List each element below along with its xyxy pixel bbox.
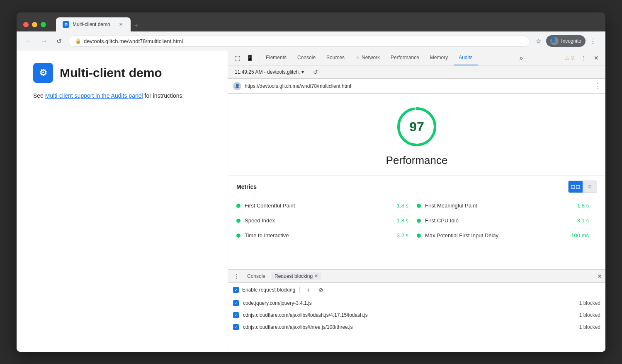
devtools-panel: ⬚ 📱 Elements Console Sources ⚠ Network P… [228, 51, 605, 352]
metrics-row-2: Speed Index 1.8 s First CPU Idle 3.1 s [236, 213, 597, 228]
devtools-toolbar: ⬚ 📱 Elements Console Sources ⚠ Network P… [228, 51, 605, 65]
new-tab-button[interactable]: + [131, 20, 142, 31]
metric-value: 3.2 s [396, 232, 417, 239]
request-blocking-close-button[interactable]: ✕ [314, 273, 318, 279]
enable-request-blocking-checkbox[interactable]: ✓ [233, 287, 239, 293]
device-toolbar-button[interactable]: 📱 [244, 52, 255, 64]
description-before: See [33, 92, 45, 99]
toolbar-separator [258, 54, 258, 62]
devtools-settings-button[interactable]: ⋮ [578, 52, 590, 64]
reload-audits-button[interactable]: ↺ [310, 66, 321, 78]
traffic-lights [23, 22, 46, 27]
metric-value: 100 ms [571, 232, 597, 239]
reload-button[interactable]: ↺ [53, 35, 65, 47]
item-url: cdnjs.cloudflare.com/ajax/libs/lodash.js… [243, 312, 575, 318]
metrics-header: Metrics ⊟⊟ ≡ [236, 176, 597, 198]
request-blocking-tab[interactable]: Request blocking ✕ [271, 272, 321, 280]
address-bar: ← → ↺ 🔒 devtools.glitch.me/wndt78/multic… [17, 31, 605, 51]
metrics-title: Metrics [236, 183, 257, 190]
tab-console[interactable]: Console [292, 51, 321, 65]
tab-sources[interactable]: Sources [321, 51, 350, 65]
browser-tab[interactable]: ⚙ Multi-client demo ✕ [56, 17, 131, 31]
metric-first-meaningful-paint: First Meaningful Paint 1.8 s [417, 202, 597, 209]
devtools-subtoolbar: 11:49:25 AM - devtools.glitch. ▾ ↺ [228, 65, 605, 79]
menu-button[interactable]: ⋮ [587, 35, 599, 47]
tab-close-button[interactable]: ✕ [117, 21, 124, 28]
user-avatar: 👤 [233, 82, 241, 90]
tab-network[interactable]: ⚠ Network [350, 51, 385, 65]
tab-memory[interactable]: Memory [425, 51, 453, 65]
close-bottom-panel-button[interactable]: ✕ [597, 273, 602, 280]
request-blocking-toolbar: ✓ Enable request blocking + ⊘ [228, 283, 605, 297]
score-value: 97 [409, 119, 424, 135]
address-text: devtools.glitch.me/wndt78/multiclient.ht… [84, 38, 183, 44]
score-label: Performance [386, 154, 448, 167]
metric-value: 1.8 s [576, 202, 597, 209]
devtools-actions: ⋮ ✕ [578, 52, 602, 64]
inspect-element-button[interactable]: ⬚ [231, 52, 243, 64]
metric-first-cpu-idle: First CPU Idle 3.1 s [417, 217, 597, 224]
bookmark-button[interactable]: ☆ [533, 35, 544, 47]
metrics-section: Metrics ⊟⊟ ≡ First Contentful Paint 1.8 … [228, 175, 605, 251]
tab-performance[interactable]: Performance [386, 51, 424, 65]
metric-name: First Contentful Paint [245, 202, 392, 209]
page-description: See Multi-client support in the Audits p… [33, 91, 211, 100]
incognito-badge: 👤 Incognito [546, 35, 586, 47]
metric-speed-index: Speed Index 1.8 s [236, 217, 417, 224]
add-pattern-button[interactable]: + [304, 285, 313, 294]
metric-name: Time to Interactive [245, 232, 392, 239]
network-warning-icon: ⚠ [355, 55, 360, 60]
minimize-window-button[interactable] [32, 22, 37, 27]
list-view-button[interactable]: ≡ [583, 181, 597, 193]
item-checkbox[interactable]: ✓ [233, 324, 239, 330]
grid-view-button[interactable]: ⊟⊟ [569, 181, 583, 193]
tab-bar: ⚙ Multi-client demo ✕ + [56, 17, 599, 31]
item-checkbox[interactable]: ✓ [233, 312, 239, 318]
page-content: ⚙ Multi-client demo See Multi-client sup… [17, 51, 228, 352]
request-blocking-content: ✓ Enable request blocking + ⊘ ✓ code.jqu… [228, 283, 605, 352]
item-count: 1 blocked [579, 300, 600, 306]
session-label: 11:49:25 AM - devtools.glitch. [235, 69, 300, 75]
metric-name: Speed Index [245, 217, 392, 224]
devtools-close-button[interactable]: ✕ [590, 52, 602, 64]
block-all-button[interactable]: ⊘ [316, 285, 326, 294]
url-row-more-button[interactable]: ⋮ [594, 82, 600, 90]
bottom-panel-menu-button[interactable]: ⋮ [231, 271, 241, 281]
metric-max-potential-fid: Max Potential First Input Delay 100 ms [417, 232, 597, 239]
browser-window: ⚙ Multi-client demo ✕ + ← → ↺ 🔒 devtools… [17, 12, 605, 352]
request-blocking-item-2: ✓ cdnjs.cloudflare.com/ajax/libs/lodash.… [228, 309, 605, 321]
main-content: ⚙ Multi-client demo See Multi-client sup… [17, 51, 605, 352]
item-url: code.jquery.com/jquery-3.4.1.js [243, 300, 575, 306]
lock-icon: 🔒 [75, 38, 81, 44]
metric-dot [236, 234, 241, 238]
metric-dot [417, 219, 421, 223]
forward-button[interactable]: → [38, 35, 50, 47]
page-logo: ⚙ [33, 63, 53, 83]
session-selector[interactable]: 11:49:25 AM - devtools.glitch. ▾ [231, 68, 307, 76]
metric-time-to-interactive: Time to Interactive 3.2 s [236, 232, 417, 239]
tab-title: Multi-client demo [73, 22, 114, 27]
item-count: 1 blocked [579, 324, 600, 330]
close-window-button[interactable] [23, 22, 29, 27]
tab-audits[interactable]: Audits [454, 51, 477, 65]
audits-content: 97 Performance Metrics ⊟⊟ ≡ [228, 94, 605, 269]
metric-name: Max Potential First Input Delay [425, 232, 567, 239]
more-tabs-button[interactable]: » [516, 52, 526, 64]
request-blocking-item-1: ✓ code.jquery.com/jquery-3.4.1.js 1 bloc… [228, 297, 605, 309]
metrics-grid: First Contentful Paint 1.8 s First Meani… [236, 198, 597, 243]
maximize-window-button[interactable] [41, 22, 46, 27]
page-title: Multi-client demo [60, 66, 162, 80]
audits-panel-link[interactable]: Multi-client support in the Audits panel [45, 92, 143, 99]
score-circle: 97 [396, 106, 437, 147]
tab-elements[interactable]: Elements [261, 51, 292, 65]
metric-dot [417, 204, 421, 208]
address-input[interactable]: 🔒 devtools.glitch.me/wndt78/multiclient.… [68, 36, 530, 47]
metrics-row-1: First Contentful Paint 1.8 s First Meani… [236, 198, 597, 213]
request-blocking-list: ✓ code.jquery.com/jquery-3.4.1.js 1 bloc… [228, 297, 605, 352]
back-button[interactable]: ← [23, 35, 35, 47]
metric-name: First Meaningful Paint [425, 202, 572, 209]
console-tab[interactable]: Console [243, 272, 270, 281]
badge-count: 3 [571, 55, 574, 61]
item-checkbox[interactable]: ✓ [233, 300, 239, 306]
metrics-row-3: Time to Interactive 3.2 s Max Potential … [236, 228, 597, 243]
